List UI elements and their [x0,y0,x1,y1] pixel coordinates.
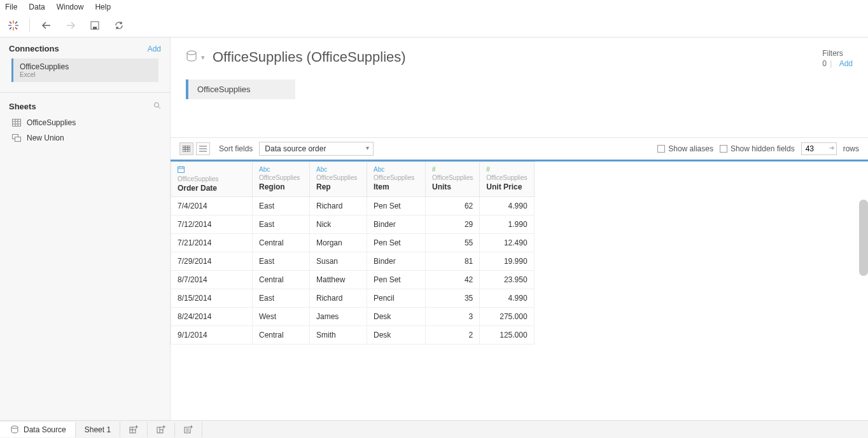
field-type-icon: Abc [316,166,360,173]
save-button[interactable] [87,18,102,33]
cell: Pen Set [367,197,426,216]
cell: 42 [426,271,480,289]
cell: Pen Set [367,271,426,289]
show-aliases-checkbox[interactable]: Show aliases [657,144,713,153]
cell: Smith [310,326,367,345]
svg-point-32 [11,426,18,428]
search-icon[interactable] [153,102,161,111]
sheet-item[interactable]: OfficeSupplies [9,115,161,130]
cell: West [253,308,310,326]
data-source-tab[interactable]: Data Source [0,422,76,437]
table-row[interactable]: 7/29/2014EastSusanBinder8119.990 [171,252,535,271]
svg-line-6 [15,22,17,24]
sheet1-tab[interactable]: Sheet 1 [76,422,120,437]
connection-item[interactable]: OfficeSupplies Excel [11,58,158,82]
field-type-icon: Abc [259,166,303,173]
joined-table-pill[interactable]: OfficeSupplies [186,79,295,99]
grid-controls: Sort fields Data source order Show alias… [171,137,868,160]
cell: Binder [367,252,426,271]
new-union-item[interactable]: New Union [9,130,161,146]
cell: 7/4/2014 [171,197,253,216]
column-header[interactable]: #OfficeSuppliesUnit Price [480,162,534,197]
svg-rect-45 [185,427,190,433]
cell: 8/24/2014 [171,308,253,326]
sort-fields-select[interactable]: Data source order [259,142,374,156]
menu-window[interactable]: Window [57,3,84,11]
datasource-title[interactable]: OfficeSupplies (OfficeSupplies) [213,49,406,65]
union-icon [11,134,22,142]
table-row[interactable]: 8/7/2014CentralMatthewPen Set4223.950 [171,271,535,289]
connections-header: Connections [9,44,59,53]
field-type-icon [178,166,246,174]
svg-rect-9 [93,27,97,29]
menu-help[interactable]: Help [95,3,111,11]
scrollbar[interactable] [859,200,868,276]
grid-view-button[interactable] [179,142,193,155]
table-row[interactable]: 7/21/2014CentralMorganPen Set5512.490 [171,234,535,252]
field-name: Unit Price [486,182,522,191]
new-story-icon [184,425,193,434]
canvas: ▾ OfficeSupplies (OfficeSupplies) Filter… [171,38,868,420]
sheet-name: OfficeSupplies [27,118,76,127]
svg-line-7 [10,27,11,29]
field-name: Item [374,182,389,191]
data-grid: OfficeSuppliesOrder DateAbcOfficeSupplie… [171,161,535,345]
datasource-tab-icon [9,425,20,434]
field-source: OfficeSupplies [316,174,360,181]
cell: Binder [367,216,426,234]
table-row[interactable]: 9/1/2014CentralSmithDesk2125.000 [171,326,535,345]
new-worksheet-button[interactable] [120,422,148,437]
field-name: Region [259,182,285,191]
cell: 29 [426,216,480,234]
tableau-logo-icon [6,18,20,32]
add-filter-link[interactable]: Add [839,59,853,68]
column-header[interactable]: AbcOfficeSuppliesRep [310,162,367,197]
field-name: Units [432,182,451,191]
cell: 8/15/2014 [171,289,253,308]
new-dashboard-button[interactable] [148,422,175,437]
filters-count: 0 [822,59,827,68]
column-header[interactable]: OfficeSuppliesOrder Date [171,162,253,197]
new-story-button[interactable] [175,422,202,437]
connection-name: OfficeSupplies [20,62,152,71]
cell: 7/12/2014 [171,216,253,234]
data-grid-wrap[interactable]: OfficeSuppliesOrder DateAbcOfficeSupplie… [171,160,868,420]
table-row[interactable]: 8/15/2014EastRichardPencil354.990 [171,289,535,308]
column-header[interactable]: #OfficeSuppliesUnits [426,162,480,197]
forward-button[interactable] [63,18,78,33]
cell: 4.990 [480,197,534,216]
field-type-icon: # [486,166,527,173]
table-row[interactable]: 8/24/2014WestJamesDesk3275.000 [171,308,535,326]
cell: 62 [426,197,480,216]
table-icon [11,119,22,127]
svg-rect-28 [178,167,185,173]
cell: 19.990 [480,252,534,271]
show-hidden-fields-checkbox[interactable]: Show hidden fields [720,144,795,153]
refresh-button[interactable] [111,18,127,33]
metadata-view-button[interactable] [196,142,210,155]
sheet-tabs: Data Source Sheet 1 [0,420,868,438]
cell: Central [253,326,310,345]
cell: 12.490 [480,234,534,252]
back-button[interactable] [39,18,54,33]
menu-data[interactable]: Data [29,3,45,11]
add-connection-link[interactable]: Add [148,44,161,53]
join-canvas[interactable]: OfficeSupplies [171,73,868,137]
cell: 9/1/2014 [171,326,253,345]
table-row[interactable]: 7/12/2014EastNickBinder291.990 [171,216,535,234]
cell: Pencil [367,289,426,308]
cell: Central [253,234,310,252]
table-row[interactable]: 7/4/2014EastRichardPen Set624.990 [171,197,535,216]
cell: Desk [367,326,426,345]
field-source: OfficeSupplies [374,174,419,181]
menu-bar: File Data Window Help [0,0,868,14]
rows-label: rows [843,144,859,153]
field-source: OfficeSupplies [178,175,246,182]
column-header[interactable]: AbcOfficeSuppliesRegion [253,162,310,197]
column-header[interactable]: AbcOfficeSuppliesItem [367,162,426,197]
menu-file[interactable]: File [5,3,17,11]
cell: 125.000 [480,326,534,345]
cell: 2 [426,326,480,345]
cell: 23.950 [480,271,534,289]
cell: East [253,197,310,216]
